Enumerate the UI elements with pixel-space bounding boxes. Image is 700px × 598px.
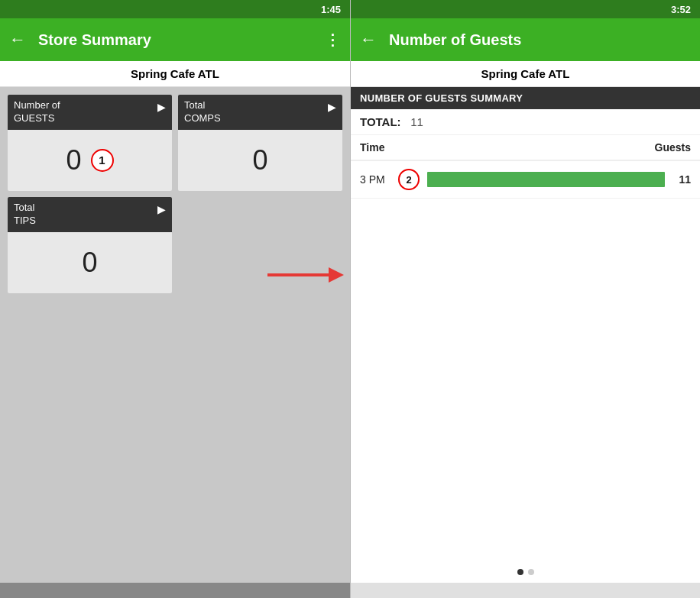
tips-tile[interactable]: Total TIPS ▶ 0	[8, 197, 172, 293]
guests-badge: 1	[91, 149, 114, 172]
guests-tile-arrow: ▶	[157, 101, 166, 113]
left-menu-icon[interactable]: ⋮	[325, 31, 341, 49]
phone-right: 3:52 ← Number of Guests Spring Cafe ATL …	[350, 0, 700, 598]
column-time: Time	[360, 141, 384, 154]
guests-tile-body: 0 1	[8, 130, 172, 191]
column-guests: Guests	[655, 141, 691, 154]
left-page-title: Store Summary	[38, 31, 325, 49]
right-status-bar: 3:52	[351, 0, 700, 18]
guests-tile-header: Number of GUESTS ▶	[8, 95, 172, 130]
guests-tile-label: Number of GUESTS	[14, 99, 60, 125]
tips-value: 0	[82, 247, 97, 279]
page-indicator	[351, 561, 700, 583]
right-main-content: NUMBER OF GUESTS SUMMARY TOTAL: 11 Time …	[351, 87, 700, 561]
left-status-time: 1:45	[321, 4, 341, 15]
row-count: 11	[672, 173, 691, 186]
dot-active	[517, 569, 523, 575]
comps-value: 0	[252, 144, 267, 176]
left-top-bar: ← Store Summary ⋮	[0, 18, 350, 61]
tips-tile-header: Total TIPS ▶	[8, 197, 172, 232]
svg-marker-1	[329, 267, 344, 283]
total-value: 11	[410, 115, 423, 128]
right-store-name: Spring Cafe ATL	[351, 61, 700, 87]
row-time: 3 PM	[360, 173, 391, 186]
comps-tile[interactable]: Total COMPS ▶ 0	[178, 95, 342, 191]
left-store-name: Spring Cafe ATL	[0, 61, 350, 87]
left-bottom-bar	[0, 583, 350, 598]
row-bar	[427, 172, 665, 187]
phones-wrapper: 1:45 ← Store Summary ⋮ Spring Cafe ATL N…	[0, 0, 700, 598]
left-status-bar: 1:45	[0, 0, 350, 18]
right-status-time: 3:52	[671, 4, 691, 15]
central-arrow	[267, 263, 344, 286]
row-badge: 2	[398, 169, 420, 190]
dot-inactive	[528, 569, 534, 575]
right-bottom-bar	[351, 583, 700, 598]
tips-tile-label: Total TIPS	[14, 202, 36, 228]
tips-tile-arrow: ▶	[157, 203, 166, 215]
tips-tile-body: 0	[8, 232, 172, 293]
table-header: Time Guests	[351, 135, 700, 161]
total-label: TOTAL:	[360, 115, 401, 128]
comps-tile-arrow: ▶	[328, 101, 336, 113]
right-page-title: Number of Guests	[389, 31, 691, 49]
arrow-svg	[267, 263, 344, 286]
top-tiles-row: Number of GUESTS ▶ 0 1	[8, 95, 342, 191]
guests-tile[interactable]: Number of GUESTS ▶ 0 1	[8, 95, 172, 191]
left-main-content: Number of GUESTS ▶ 0 1	[0, 87, 350, 583]
table-row: 3 PM 2 11	[351, 161, 700, 199]
right-top-bar: ← Number of Guests	[351, 18, 700, 61]
right-back-button[interactable]: ←	[360, 30, 377, 50]
comps-tile-header: Total COMPS ▶	[178, 95, 342, 130]
total-line: TOTAL: 11	[351, 109, 700, 135]
phone-left: 1:45 ← Store Summary ⋮ Spring Cafe ATL N…	[0, 0, 350, 598]
guests-value: 0	[66, 144, 81, 176]
summary-header-bar: NUMBER OF GUESTS SUMMARY	[351, 87, 700, 109]
left-back-button[interactable]: ←	[9, 30, 26, 50]
comps-tile-label: Total COMPS	[184, 99, 221, 125]
comps-tile-body: 0	[178, 130, 342, 191]
